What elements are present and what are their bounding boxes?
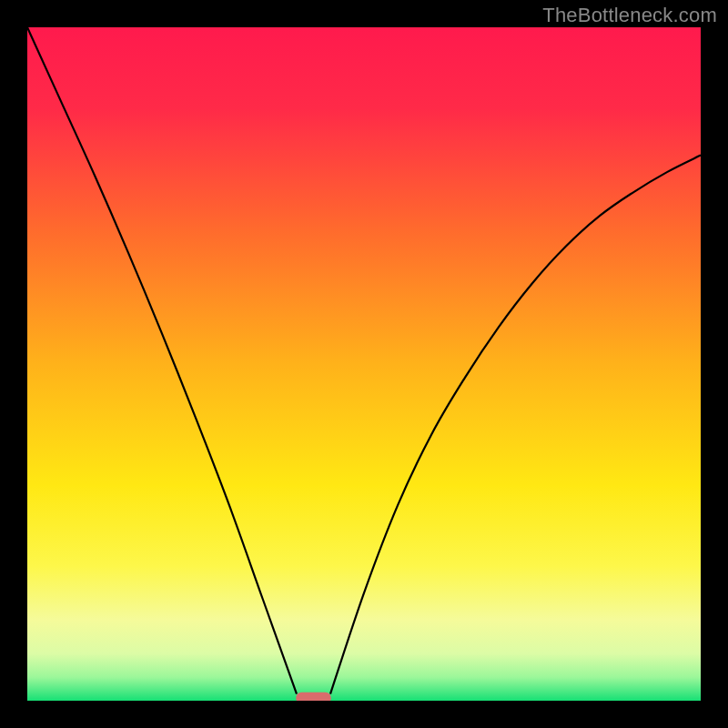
bottleneck-chart [27, 27, 701, 701]
bottleneck-marker [296, 693, 330, 701]
watermark-text: TheBottleneck.com [542, 4, 717, 27]
plot-background [27, 27, 701, 701]
chart-container: TheBottleneck.com [0, 0, 728, 728]
